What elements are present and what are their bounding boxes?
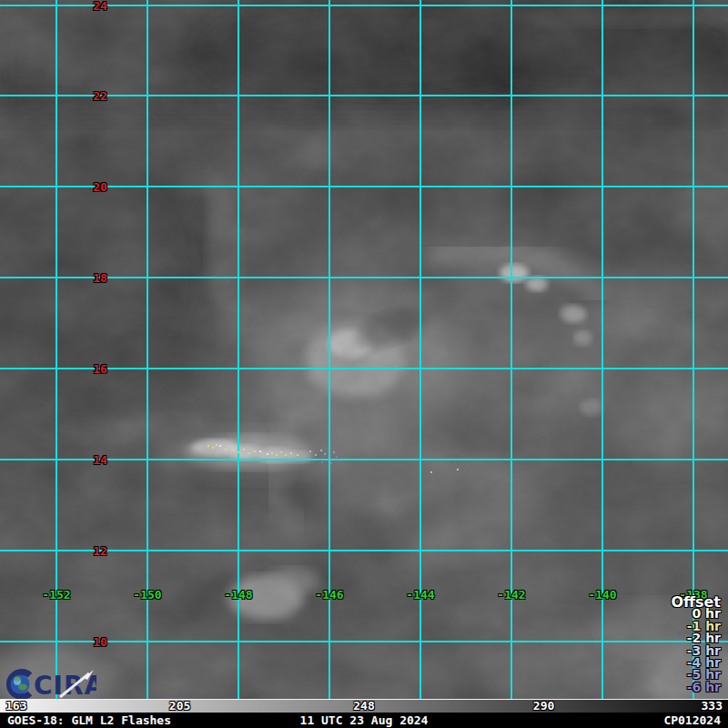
lightning-flash-marker (219, 445, 221, 447)
lightning-flash-marker (259, 450, 261, 452)
latitude-label: 14 (93, 453, 107, 467)
grid-line-horizontal (0, 459, 728, 460)
lightning-flash-marker (320, 450, 322, 451)
legend-offset-row: -6 hr (671, 682, 721, 693)
latitude-label: 24 (93, 0, 107, 13)
latitude-label: 16 (93, 362, 107, 376)
satellite-viewer: 2422201816141210-152-150-148-146-144-142… (0, 0, 728, 728)
colorbar-tick-label: 248 (353, 700, 374, 713)
longitude-label: -148 (224, 588, 252, 602)
product-title: GOES-18: GLM L2 Flashes (7, 713, 171, 727)
grid-line-horizontal (0, 5, 728, 6)
status-bar: GOES-18: GLM L2 Flashes 11 UTC 23 Aug 20… (0, 713, 728, 728)
longitude-label: -146 (315, 588, 343, 602)
longitude-label: -144 (406, 588, 434, 602)
lightning-flash-marker (309, 450, 311, 452)
lightning-flash-marker (238, 451, 239, 453)
lightning-flash-marker (212, 447, 214, 449)
lightning-flash-marker (329, 458, 330, 460)
lightning-flash-marker (339, 460, 340, 461)
lightning-flash-marker (336, 456, 338, 458)
grid-line-horizontal (0, 368, 728, 369)
lightning-flash-marker (297, 454, 298, 456)
lightning-flash-marker (333, 451, 335, 453)
globe-continent (18, 684, 27, 691)
globe-icon (11, 675, 30, 694)
product-id: CP012024 (663, 713, 721, 727)
lightning-flash-marker (315, 454, 317, 456)
lightning-flash-marker (290, 452, 292, 454)
cira-logo: CIRA (5, 669, 96, 699)
globe-continent (15, 677, 21, 682)
latitude-label: 12 (93, 544, 107, 558)
cira-logo-graphic: CIRA (5, 669, 96, 699)
lightning-flash-marker (330, 462, 332, 464)
lightning-flash-marker (225, 449, 227, 450)
lightning-flash-marker (233, 450, 235, 451)
longitude-label: -152 (42, 588, 70, 602)
colorbar-tick-label: 333 (702, 700, 723, 713)
lightning-flash-marker (280, 451, 282, 453)
lightning-flash-marker (254, 450, 256, 452)
lightning-flash-marker (430, 471, 432, 473)
longitude-label: -140 (588, 588, 616, 602)
lightning-flash-marker (457, 469, 459, 470)
grid-overlay: 2422201816141210-152-150-148-146-144-142… (0, 0, 728, 699)
colorbar-tick-label: 163 (5, 700, 26, 713)
lightning-flash-marker (216, 444, 217, 446)
grid-line-horizontal (0, 186, 728, 187)
lightning-flash-marker (276, 454, 278, 456)
longitude-label: -150 (133, 588, 161, 602)
offset-legend: Offset 0 hr-1 hr-2 hr-3 hr-4 hr-5 hr-6 h… (671, 596, 721, 693)
lightning-flash-marker (271, 452, 273, 454)
timestamp: 11 UTC 23 Aug 2024 (300, 713, 429, 727)
grid-line-horizontal (0, 641, 728, 642)
offset-legend-rows: 0 hr-1 hr-2 hr-3 hr-4 hr-5 hr-6 hr (671, 608, 721, 693)
grid-line-horizontal (0, 95, 728, 96)
lightning-flash-marker (321, 461, 323, 463)
latitude-label: 18 (93, 271, 107, 285)
brightness-colorbar: 163205248290333 (0, 699, 728, 713)
lightning-flash-marker (285, 454, 287, 456)
lightning-flash-marker (243, 449, 245, 450)
lightning-flash-marker (248, 452, 250, 454)
grid-line-horizontal (0, 550, 728, 551)
longitude-label: -142 (497, 588, 525, 602)
lightning-flash-marker (207, 445, 209, 447)
lightning-flash-marker (324, 453, 326, 455)
grid-line-horizontal (0, 277, 728, 278)
map-area: 2422201816141210-152-150-148-146-144-142… (0, 0, 728, 699)
latitude-label: 20 (93, 180, 107, 194)
latitude-label: 22 (93, 89, 107, 103)
latitude-label: 10 (93, 635, 107, 649)
colorbar-tick-label: 205 (169, 700, 190, 713)
colorbar-tick-label: 290 (533, 700, 554, 713)
lightning-flash-marker (267, 453, 268, 455)
